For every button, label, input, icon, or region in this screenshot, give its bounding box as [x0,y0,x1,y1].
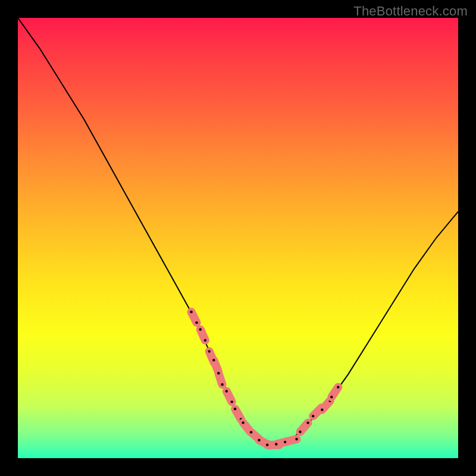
curve-marker-cap [226,390,228,392]
curve-marker [322,401,330,410]
curve-marker-cap [230,400,233,403]
curve-marker-cap [212,359,215,361]
chart-svg-overlay [18,18,458,458]
curve-marker-cap [234,408,236,410]
curve-marker [201,330,205,340]
curve-marker-cap [337,386,339,388]
curve-marker-cap [266,444,268,446]
curve-marker-cap [306,421,309,424]
curve-marker [300,423,308,432]
curve-marker [192,312,197,322]
curve-marker [235,409,241,419]
curve-marker-cap [242,421,244,424]
curve-marker-cap [195,321,198,324]
curve-marker [218,373,222,384]
curve-marker-cap [217,372,220,374]
curve-marker-cap [312,415,314,417]
curve-marker-cap [250,431,252,433]
curve-marker-cap [199,328,202,330]
curve-marker-cap [284,441,286,443]
watermark-text: TheBottleneck.com [353,4,468,19]
curve-marker [331,387,338,397]
chart-plot-area [18,18,458,458]
curve-marker-cap [299,431,301,433]
curve-marker-cap [208,350,210,352]
marker-layer [190,311,339,447]
curve-marker [285,439,296,442]
curve-marker-cap [190,311,192,313]
curve-marker-cap [204,339,206,342]
curve-marker-cap [258,439,260,441]
curve-marker-cap [221,383,223,386]
curve-marker-cap [321,408,323,411]
curve-marker-cap [295,438,298,440]
curve-marker-cap [330,396,333,398]
curve-marker-cap [275,443,277,445]
bottleneck-curve [18,18,458,445]
curve-marker [227,391,232,402]
